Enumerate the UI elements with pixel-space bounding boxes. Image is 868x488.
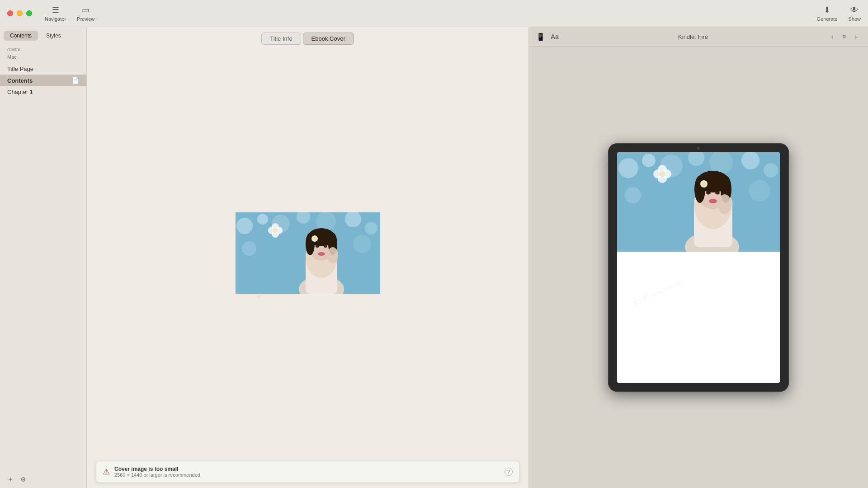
cover-image[interactable] <box>236 212 380 294</box>
svg-point-52 <box>709 199 717 203</box>
preview-nav: ‹ ≡ › <box>827 32 861 42</box>
preview-panel: 📱 Aa Kindle: Fire ‹ ≡ › <box>529 27 868 488</box>
font-icon: Aa <box>551 33 559 40</box>
sidebar-item-chapter1[interactable]: Chapter 1 <box>0 86 86 98</box>
svg-point-50 <box>706 191 711 194</box>
svg-point-37 <box>749 180 770 202</box>
close-button[interactable] <box>7 10 13 16</box>
svg-point-51 <box>715 191 720 194</box>
preview-label: Preview <box>77 16 94 22</box>
sidebar-tabs: Contents Styles <box>0 27 86 41</box>
editor-tabs: Title Info Ebook Cover <box>87 27 528 45</box>
generate-button[interactable]: ⬇ Generate <box>817 5 838 22</box>
device-name: Kindle: Fire <box>564 33 822 40</box>
titlebar-right: ⬇ Generate 👁 Show <box>817 5 861 22</box>
svg-point-48 <box>694 176 705 203</box>
sidebar-item-contents-icon: 📄 <box>71 77 79 84</box>
svg-point-35 <box>764 163 778 178</box>
sidebar-footer: + ⚙ <box>0 471 86 488</box>
generate-icon: ⬇ <box>824 5 830 15</box>
sidebar-item-contents-label: Contents <box>7 77 33 84</box>
tab-ebook-cover[interactable]: Ebook Cover <box>303 33 354 45</box>
svg-point-36 <box>625 187 641 203</box>
book-name: Mac <box>0 54 86 63</box>
preview-canvas: 发文网 www.ziilao.cn <box>529 47 868 488</box>
sidebar-item-chapter1-label: Chapter 1 <box>7 89 33 95</box>
titlebar-nav: ☰ Navigator ▭ Preview <box>45 5 94 22</box>
svg-point-55 <box>702 182 706 186</box>
warning-title: Cover image is too small <box>114 466 500 472</box>
generate-label: Generate <box>817 16 838 22</box>
tablet-device: 发文网 www.ziilao.cn <box>608 143 789 392</box>
svg-point-2 <box>257 214 268 225</box>
show-button[interactable]: 👁 Show <box>848 5 861 22</box>
show-icon: 👁 <box>850 5 859 15</box>
cover-image-inner <box>236 212 380 294</box>
navigator-button[interactable]: ☰ Navigator <box>45 5 66 22</box>
sidebar-item-title-page-label: Title Page <box>7 66 33 72</box>
settings-button[interactable]: ⚙ <box>18 474 28 484</box>
svg-point-1 <box>236 218 253 234</box>
navigator-label: Navigator <box>45 16 66 22</box>
navigator-icon: ☰ <box>52 5 59 15</box>
tab-styles[interactable]: Styles <box>40 31 67 41</box>
sidebar: Contents Styles macv Mac Title Page Cont… <box>0 27 87 488</box>
tablet-content-area: 发文网 www.ziilao.cn <box>617 252 780 383</box>
warning-icon: ⚠ <box>103 467 110 477</box>
warning-text: Cover image is too small 2560 × 1440 or … <box>114 466 500 478</box>
cover-portrait-svg <box>236 212 380 294</box>
next-page-button[interactable]: › <box>851 32 861 42</box>
device-icon: 📱 <box>536 33 545 41</box>
svg-point-29 <box>618 158 638 178</box>
fullscreen-button[interactable] <box>26 10 32 16</box>
svg-point-7 <box>365 222 377 235</box>
warning-bar: ⚠ Cover image is too small 2560 × 1440 o… <box>96 461 519 483</box>
warning-subtitle: 2560 × 1440 or larger is recommended <box>114 472 500 478</box>
svg-point-22 <box>316 245 319 248</box>
editor-canvas: 发文网 www.ziilao.cn 发文网 www.ziilao.cn <box>87 45 528 488</box>
tab-contents[interactable]: Contents <box>4 31 38 41</box>
tablet-screen: 发文网 www.ziilao.cn <box>617 152 780 383</box>
cover-image-container <box>236 212 380 294</box>
svg-point-53 <box>718 194 731 214</box>
book-name-italic: macv <box>0 41 86 54</box>
titlebar: ☰ Navigator ▭ Preview ⬇ Generate 👁 Show <box>0 0 868 27</box>
preview-button[interactable]: ▭ Preview <box>77 5 94 22</box>
minimize-button[interactable] <box>17 10 23 16</box>
svg-point-8 <box>242 241 256 256</box>
svg-point-14 <box>273 228 278 233</box>
svg-point-23 <box>324 245 327 248</box>
main-layout: Contents Styles macv Mac Title Page Cont… <box>0 27 868 488</box>
traffic-lights <box>7 10 32 16</box>
warning-help-button[interactable]: ? <box>505 468 513 476</box>
editor: Title Info Ebook Cover 发文网 www.ziilao.cn… <box>87 27 529 488</box>
add-item-button[interactable]: + <box>5 474 15 484</box>
preview-icon: ▭ <box>82 5 90 15</box>
svg-point-24 <box>318 252 325 256</box>
page-list-button[interactable]: ≡ <box>839 32 849 42</box>
sidebar-item-contents[interactable]: Contents 📄 <box>0 75 86 86</box>
svg-point-9 <box>353 235 371 253</box>
tab-title-info[interactable]: Title Info <box>261 33 301 45</box>
svg-point-30 <box>642 154 656 167</box>
prev-page-button[interactable]: ‹ <box>827 32 837 42</box>
sidebar-item-title-page[interactable]: Title Page <box>0 63 86 75</box>
show-label: Show <box>848 16 861 22</box>
svg-point-25 <box>327 247 338 263</box>
svg-point-42 <box>659 171 665 177</box>
svg-point-27 <box>313 237 316 240</box>
preview-header: 📱 Aa Kindle: Fire ‹ ≡ › <box>529 27 868 47</box>
